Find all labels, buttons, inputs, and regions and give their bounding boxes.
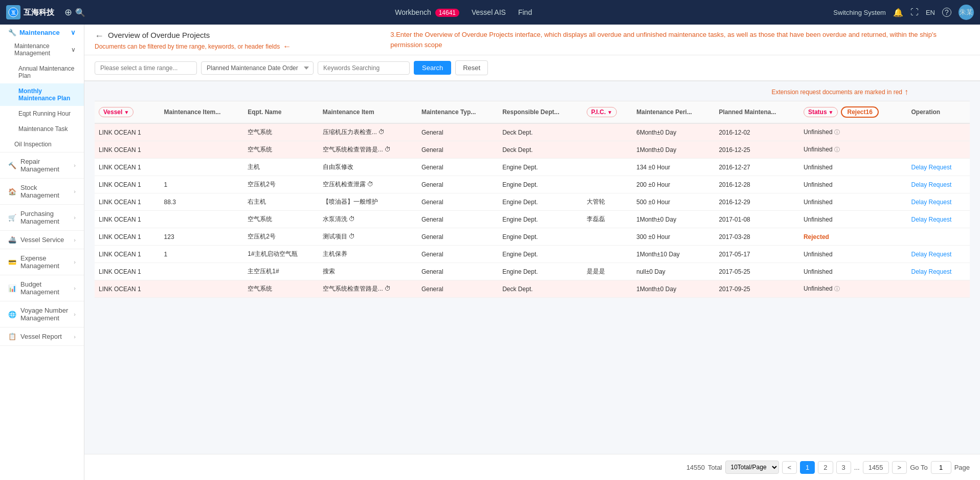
fullscreen-icon[interactable]: ⛶: [910, 8, 919, 17]
nav-right: Switching System 🔔 ⛶ EN ? 朱某: [833, 5, 974, 20]
delay-request-link[interactable]: Delay Request: [911, 181, 952, 188]
cell-vessel: LINK OCEAN 1: [95, 159, 160, 176]
delay-request-link[interactable]: Delay Request: [911, 268, 952, 275]
status-filter-arrow: ▼: [829, 110, 834, 115]
search-button[interactable]: Search: [414, 61, 451, 75]
cell-planned-date: 2016-12-25: [715, 141, 799, 159]
page-1-button[interactable]: 1: [800, 461, 815, 474]
sidebar-monthly-plan[interactable]: Monthly Maintenance Plan: [0, 83, 84, 106]
report-icon: 📋: [8, 333, 16, 340]
nav-vessel-ais[interactable]: Vessel AIS: [472, 8, 506, 16]
switching-system[interactable]: Switching System: [833, 9, 886, 16]
status-text: Unfinished: [804, 146, 833, 153]
cell-operation: Delay Request: [907, 193, 970, 211]
sidebar-voyage-mgmt[interactable]: 🌐 Voyage Number Management ›: [0, 301, 84, 327]
cell-period: 1Month±0 Day: [632, 280, 715, 298]
nav-add-icon[interactable]: ⊕: [64, 7, 72, 18]
sidebar-budget-mgmt[interactable]: 📊 Budget Management ›: [0, 275, 84, 301]
cell-operation: [907, 141, 970, 159]
status-filter[interactable]: Status ▼: [804, 107, 838, 117]
prev-page-button[interactable]: <: [782, 461, 797, 474]
sidebar-vessel-service[interactable]: 🚢 Vessel Service ›: [0, 231, 84, 249]
cell-status: Unfinished: [799, 211, 907, 228]
page-2-button[interactable]: 2: [818, 461, 833, 474]
sidebar-maintenance-task[interactable]: Maintenance Task: [0, 121, 84, 137]
keywords-input[interactable]: [318, 61, 410, 75]
sidebar-expense-mgmt[interactable]: 💳 Expense Management ›: [0, 249, 84, 275]
cell-type: General: [417, 193, 498, 211]
total-count: 14550: [686, 464, 705, 471]
cell-planned-date: 2016-12-02: [715, 123, 799, 141]
nav-search-icon[interactable]: 🔍: [75, 8, 85, 17]
bell-icon[interactable]: 🔔: [893, 8, 903, 17]
status-text: Unfinished: [804, 181, 833, 188]
per-page-select[interactable]: 10Total/Page 20Total/Page 50Total/Page: [725, 461, 779, 474]
delay-request-link[interactable]: Delay Request: [911, 199, 952, 206]
lang-selector[interactable]: EN: [926, 9, 935, 16]
pagination: 14550 Total 10Total/Page 20Total/Page 50…: [84, 454, 980, 480]
th-eqpt-name: Eqpt. Name: [243, 101, 319, 124]
time-range-input[interactable]: [95, 61, 197, 75]
sidebar-repair-mgmt[interactable]: 🔨 Repair Management ›: [0, 152, 84, 178]
sidebar: 🔧 Maintenance ∨ Maintenance Management ∨…: [0, 25, 84, 480]
expense-icon: 💳: [8, 258, 16, 266]
user-avatar[interactable]: 朱某: [959, 5, 974, 20]
cell-period: 500 ±0 Hour: [632, 193, 715, 211]
sidebar-vessel-report[interactable]: 📋 Vessel Report ›: [0, 328, 84, 345]
cell-maintenance-item: 测试项目 ⏱: [319, 228, 417, 246]
last-page-button[interactable]: 1455: [863, 461, 889, 474]
filter-annotation: Documents can be filtered by time range,…: [95, 43, 280, 50]
cell-pic: 李磊磊: [583, 211, 632, 228]
page-3-button[interactable]: 3: [836, 461, 851, 474]
vessel-filter[interactable]: Vessel ▼: [99, 107, 133, 117]
sidebar-eqpt-running[interactable]: Eqpt Running Hour: [0, 106, 84, 121]
sidebar-stock-mgmt[interactable]: 🏠 Stock Management ›: [0, 179, 84, 204]
sidebar-annual-plan[interactable]: Annual Maintenance Plan: [0, 61, 84, 83]
help-icon[interactable]: ?: [942, 8, 951, 17]
nav-find[interactable]: Find: [518, 8, 532, 16]
back-button[interactable]: ←: [95, 31, 104, 41]
cell-vessel: LINK OCEAN 1: [95, 193, 160, 211]
table-row: LINK OCEAN 1空气系统空气系统检查管路是... ⏱GeneralDec…: [95, 141, 970, 159]
cell-type: General: [417, 246, 498, 263]
cell-vessel: LINK OCEAN 1: [95, 263, 160, 280]
table-wrapper: Extension request documents are marked i…: [84, 81, 980, 454]
th-planned-date: Planned Maintena...: [715, 101, 799, 124]
status-info-icon[interactable]: ⓘ: [834, 129, 840, 135]
purchasing-icon: 🛒: [8, 214, 16, 222]
delay-request-link[interactable]: Delay Request: [911, 251, 952, 258]
reset-button[interactable]: Reset: [455, 60, 488, 75]
sidebar-maintenance[interactable]: 🔧 Maintenance ∨: [0, 25, 84, 38]
cell-dept: Engine Dept.: [498, 193, 583, 211]
cell-maintenance-item: 空气系统检查管路是... ⏱: [319, 141, 417, 159]
delay-request-link[interactable]: Delay Request: [911, 164, 952, 171]
sidebar-maintenance-mgmt[interactable]: Maintenance Management ∨: [0, 38, 84, 61]
nav-workbench[interactable]: Workbench 14641: [395, 8, 459, 16]
cell-type: General: [417, 141, 498, 159]
status-info-icon[interactable]: ⓘ: [834, 286, 840, 292]
goto-input[interactable]: [931, 461, 951, 474]
delay-request-link[interactable]: Delay Request: [911, 216, 952, 223]
cell-dept: Deck Dept.: [498, 123, 583, 141]
cell-pic: 是是是: [583, 263, 632, 280]
cell-dept: Engine Dept.: [498, 246, 583, 263]
next-page-button[interactable]: >: [892, 461, 907, 474]
cell-eqpt-name: 空压机2号: [243, 176, 319, 193]
cell-vessel: LINK OCEAN 1: [95, 280, 160, 298]
cell-status: Rejected: [799, 228, 907, 246]
date-order-select[interactable]: Planned Maintenance Date Order: [201, 61, 314, 75]
app-logo[interactable]: 互 互海科技: [6, 5, 54, 19]
cell-operation: Delay Request: [907, 211, 970, 228]
sidebar-purchasing-mgmt[interactable]: 🛒 Purchasing Management ›: [0, 205, 84, 230]
cell-planned-date: 2017-05-17: [715, 246, 799, 263]
table-row: LINK OCEAN 188.3右主机【喷油器】一般维护GeneralEngin…: [95, 193, 970, 211]
reject-badge[interactable]: Reject16: [841, 106, 878, 118]
cell-planned-date: 2017-09-25: [715, 280, 799, 298]
cell-type: General: [417, 263, 498, 280]
cell-eqpt-no: [160, 263, 244, 280]
sidebar-oil-inspection[interactable]: Oil Inspection: [0, 137, 84, 152]
cell-dept: Engine Dept.: [498, 228, 583, 246]
status-info-icon[interactable]: ⓘ: [834, 146, 840, 152]
cell-eqpt-no: 1: [160, 246, 244, 263]
pic-filter[interactable]: P.I.C. ▼: [587, 107, 617, 117]
